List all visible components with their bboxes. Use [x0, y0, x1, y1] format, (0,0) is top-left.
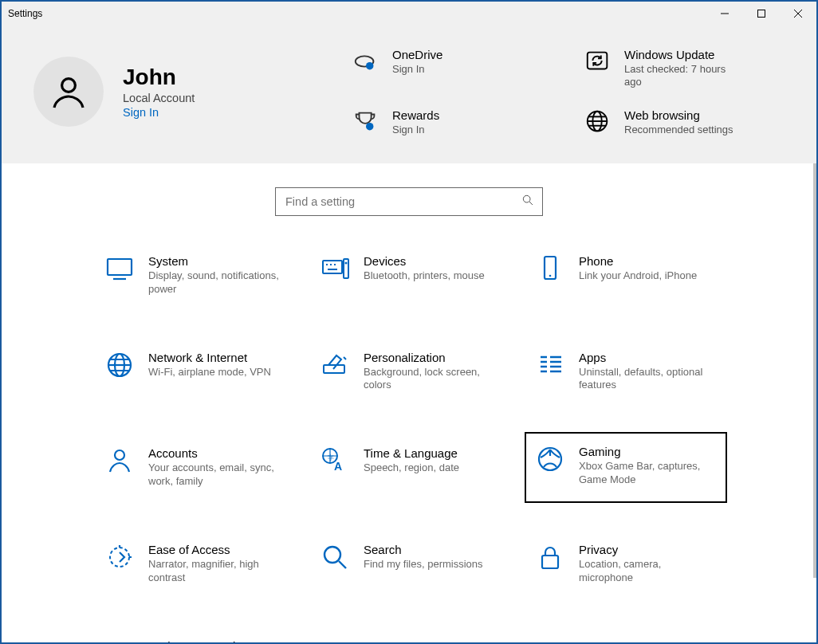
quick-subtitle: Sign In [392, 63, 442, 76]
svg-point-4 [62, 79, 76, 92]
search2-icon [321, 543, 349, 571]
category-apps[interactable]: Apps Uninstall, defaults, optional featu… [533, 348, 740, 396]
person-outline-icon [49, 73, 88, 111]
category-network-internet[interactable]: Network & Internet Wi-Fi, airplane mode,… [102, 348, 309, 396]
svg-line-6 [529, 202, 533, 205]
paint-icon [321, 351, 349, 379]
phone-icon [536, 254, 564, 283]
category-title: Network & Internet [148, 351, 271, 364]
titlebar: Settings [2, 2, 816, 26]
category-title: Update & Security [148, 639, 284, 642]
category-subtitle: Link your Android, iPhone [579, 269, 697, 283]
category-subtitle: Location, camera, microphone [579, 558, 714, 585]
category-phone[interactable]: Phone Link your Android, iPhone [533, 251, 740, 300]
category-subtitle: Wi-Fi, airplane mode, VPN [148, 366, 271, 379]
category-time-language[interactable]: Time & Language Speech, region, date [317, 443, 525, 492]
category-title: Phone [579, 254, 697, 268]
lang-icon [321, 446, 349, 475]
profile-name: John [123, 65, 195, 90]
category-title: Gaming [579, 445, 714, 458]
quick-web-browsing[interactable]: Web browsing Recommended settings [584, 108, 785, 136]
category-subtitle: Uninstall, defaults, optional features [579, 366, 714, 393]
category-title: System [148, 254, 284, 268]
category-subtitle: Background, lock screen, colors [364, 366, 499, 393]
svg-rect-1 [758, 10, 765, 18]
category-subtitle: Display, sound, notifications, power [148, 269, 284, 296]
window-controls [706, 2, 816, 26]
quick-title: Windows Update [624, 48, 736, 61]
minimize-icon [721, 10, 729, 18]
quick-title: OneDrive [392, 48, 442, 61]
quick-windows-update[interactable]: Windows Update Last checked: 7 hours ago [584, 48, 785, 89]
profile-signin-link[interactable]: Sign In [123, 106, 195, 119]
category-title: Ease of Access [148, 543, 284, 556]
gaming-icon [536, 445, 564, 473]
body: System Display, sound, notifications, po… [2, 163, 816, 642]
avatar [33, 57, 104, 127]
maximize-icon [757, 10, 765, 18]
sync-icon [584, 48, 612, 75]
lock-icon [536, 543, 564, 571]
update-icon [105, 639, 134, 642]
scrollbar-track[interactable] [813, 163, 816, 578]
minimize-button[interactable] [706, 2, 743, 26]
access-icon [105, 543, 134, 571]
category-subtitle: Find my files, permissions [364, 558, 483, 571]
close-button[interactable] [780, 2, 816, 26]
svg-point-5 [523, 196, 530, 203]
search-icon [521, 194, 534, 209]
quick-subtitle: Recommended settings [624, 124, 733, 136]
quick-rewards[interactable]: Rewards Sign In [352, 108, 553, 136]
quick-onedrive[interactable]: OneDrive Sign In [352, 48, 553, 89]
quick-subtitle: Last checked: 7 hours ago [624, 63, 736, 89]
category-title: Apps [579, 351, 714, 364]
category-subtitle: Xbox Game Bar, captures, Game Mode [579, 460, 714, 487]
category-privacy[interactable]: Privacy Location, camera, microphone [533, 540, 740, 588]
search-input[interactable] [284, 194, 521, 209]
quick-subtitle: Sign In [392, 124, 439, 136]
profile-text: John Local Account Sign In [123, 65, 195, 119]
profile-subtitle: Local Account [123, 92, 195, 104]
category-title: Accounts [148, 446, 284, 460]
search-wrap [2, 163, 816, 235]
category-gaming[interactable]: Gaming Xbox Game Bar, captures, Game Mod… [526, 434, 726, 501]
category-devices[interactable]: Devices Bluetooth, printers, mouse [317, 251, 525, 300]
globe-icon [584, 108, 612, 135]
profile-block: John Local Account Sign In [33, 48, 289, 136]
titlebar-title: Settings [8, 8, 42, 19]
category-grid: System Display, sound, notifications, po… [2, 235, 816, 642]
globe2-icon [105, 351, 134, 379]
category-update-security[interactable]: Update & Security Windows Update, recove… [102, 636, 309, 642]
keyboard-icon [321, 254, 349, 283]
category-title: Devices [364, 254, 485, 268]
close-icon [794, 10, 802, 18]
search-box[interactable] [275, 187, 543, 216]
monitor-icon [105, 254, 134, 283]
category-accounts[interactable]: Accounts Your accounts, email, sync, wor… [102, 443, 309, 492]
cloud-icon [352, 48, 380, 75]
header: John Local Account Sign In OneDrive Sign… [2, 26, 816, 163]
category-title: Privacy [579, 543, 714, 556]
category-title: Personalization [364, 351, 499, 364]
maximize-button[interactable] [743, 2, 780, 26]
settings-window: Settings John Local Account [0, 0, 818, 644]
category-subtitle: Your accounts, email, sync, work, family [148, 461, 284, 489]
category-subtitle: Speech, region, date [364, 461, 459, 475]
quick-title: Web browsing [624, 108, 733, 122]
category-system[interactable]: System Display, sound, notifications, po… [102, 251, 309, 300]
person-icon [105, 446, 134, 475]
category-search[interactable]: Search Find my files, permissions [317, 540, 525, 588]
category-ease-of-access[interactable]: Ease of Access Narrator, magnifier, high… [102, 540, 309, 588]
category-subtitle: Bluetooth, printers, mouse [364, 269, 485, 283]
category-personalization[interactable]: Personalization Background, lock screen,… [317, 348, 525, 396]
category-title: Time & Language [364, 446, 459, 460]
category-title: Search [364, 543, 483, 556]
quick-links: OneDrive Sign In Windows Update Last che… [321, 48, 785, 136]
trophy-icon [352, 108, 380, 135]
apps-icon [536, 351, 564, 379]
quick-title: Rewards [392, 108, 439, 122]
category-subtitle: Narrator, magnifier, high contrast [148, 558, 284, 585]
